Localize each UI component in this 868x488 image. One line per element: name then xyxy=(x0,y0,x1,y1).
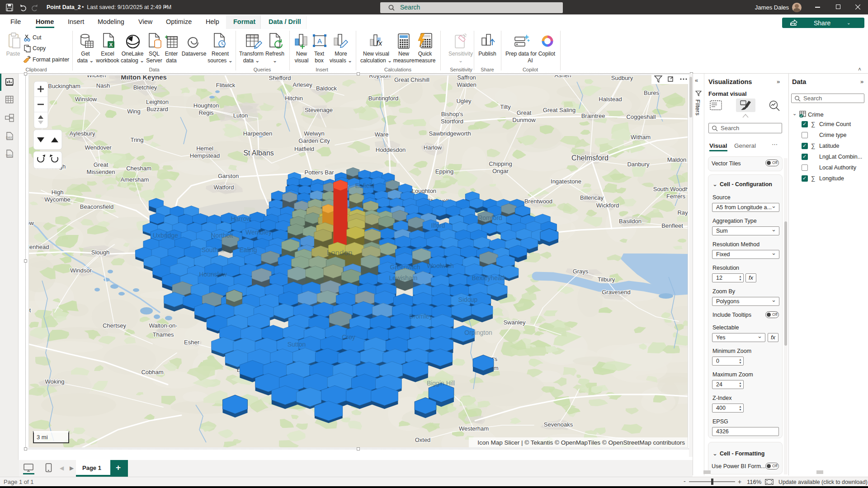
svg-text:TMDL: TMDL xyxy=(6,154,13,157)
svg-text:fx: fx xyxy=(377,39,382,47)
svg-text:X: X xyxy=(109,42,113,47)
svg-text:DAX: DAX xyxy=(6,136,12,139)
svg-text:A: A xyxy=(317,37,322,45)
